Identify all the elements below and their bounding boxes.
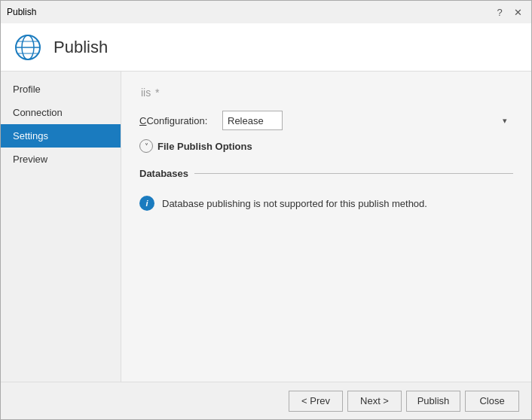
next-button[interactable]: Next > — [347, 391, 402, 412]
title-bar-left: Publish — [7, 7, 36, 17]
sidebar-item-preview[interactable]: Preview — [1, 148, 121, 171]
sidebar-item-settings[interactable]: Settings — [1, 124, 121, 148]
globe-icon — [13, 32, 43, 62]
info-row: i Database publishing is not supported f… — [139, 190, 513, 217]
info-message: Database publishing is not supported for… — [162, 198, 427, 209]
section-asterisk: * — [152, 87, 159, 99]
databases-section: Databases i Database publishing is not s… — [139, 168, 513, 217]
header-bar: Publish — [1, 23, 531, 72]
info-icon: i — [139, 196, 154, 211]
config-row: CConfiguration: Release Debug — [139, 111, 513, 130]
databases-header: Databases — [139, 168, 513, 179]
title-bar-controls: ? ✕ — [492, 5, 525, 20]
footer: < Prev Next > Publish Close — [1, 382, 531, 419]
config-select[interactable]: Release Debug — [222, 111, 283, 130]
databases-divider — [194, 173, 513, 174]
content-area: Profile Connection Settings Preview iis … — [1, 72, 531, 382]
config-label: CConfiguration: — [139, 115, 222, 126]
publish-window: Publish ? ✕ Publish Profile Connection S… — [0, 0, 532, 420]
file-publish-options[interactable]: ˅ File Publish Options — [139, 139, 513, 153]
section-heading: iis * — [139, 87, 513, 99]
header-title: Publish — [54, 38, 108, 57]
close-button[interactable]: Close — [465, 391, 519, 412]
file-publish-label: File Publish Options — [157, 141, 252, 152]
window-title: Publish — [7, 7, 36, 17]
help-button[interactable]: ? — [492, 5, 507, 20]
chevron-down-icon: ˅ — [139, 139, 153, 153]
title-bar: Publish ? ✕ — [1, 1, 531, 23]
section-title-text: iis — [141, 87, 151, 99]
config-select-wrapper: Release Debug — [222, 111, 513, 130]
sidebar: Profile Connection Settings Preview — [1, 72, 121, 382]
publish-button[interactable]: Publish — [406, 391, 460, 412]
databases-header-text: Databases — [139, 168, 188, 179]
prev-button[interactable]: < Prev — [289, 391, 343, 412]
sidebar-item-profile[interactable]: Profile — [1, 78, 121, 101]
sidebar-item-connection[interactable]: Connection — [1, 101, 121, 124]
main-content: iis * CConfiguration: Release Debug ˅ Fi… — [121, 72, 531, 382]
close-window-button[interactable]: ✕ — [510, 5, 525, 20]
